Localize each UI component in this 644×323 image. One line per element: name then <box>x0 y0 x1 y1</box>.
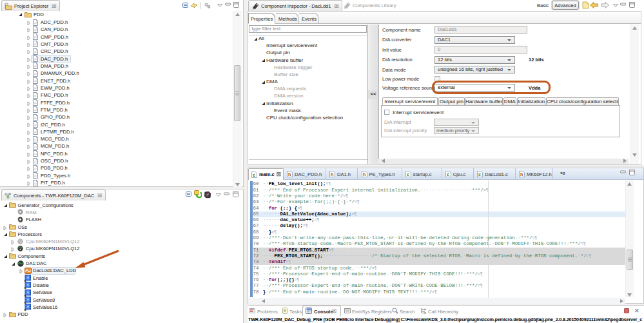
svg-text:h: h <box>288 172 291 177</box>
svg-text:c: c <box>253 173 255 177</box>
svg-text:h: h <box>363 172 366 177</box>
svg-text:h: h <box>331 172 333 177</box>
svg-text:c: c <box>478 172 481 177</box>
svg-text:h: h <box>520 172 523 177</box>
svg-text:c: c <box>447 172 449 177</box>
svg-text:c: c <box>407 172 409 177</box>
